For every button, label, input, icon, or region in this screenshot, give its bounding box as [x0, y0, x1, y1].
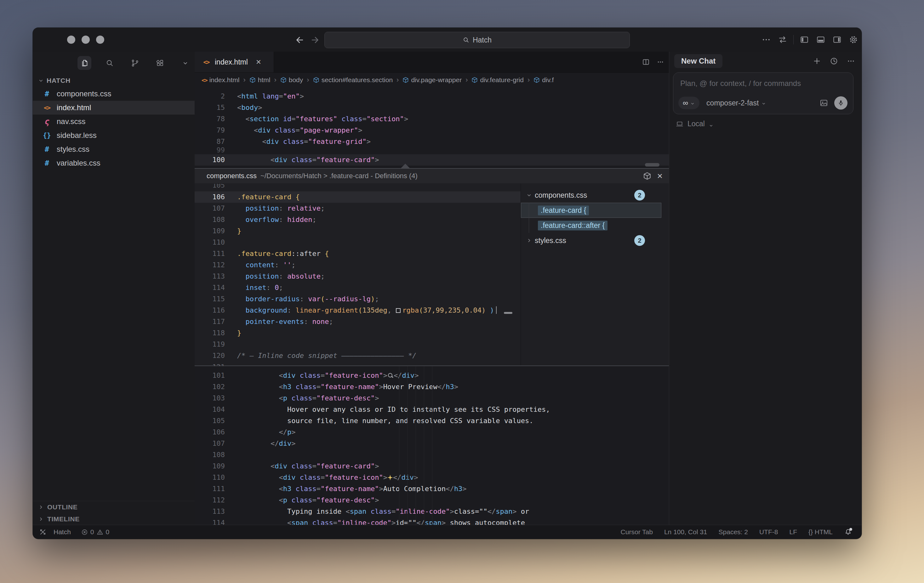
- code-line-113[interactable]: 113 Typing inside <span class="inline-co…: [195, 506, 669, 517]
- close-tab-icon[interactable]: ×: [256, 58, 261, 66]
- code-line-102[interactable]: 102 <h3 class="feature-name">Hover Previ…: [195, 381, 669, 392]
- explorer-section-header[interactable]: HATCH: [33, 75, 71, 86]
- code-line-109[interactable]: 109}: [195, 226, 521, 237]
- code-line-87[interactable]: 87 <div class="feature-grid">: [195, 136, 669, 147]
- search-icon[interactable]: [103, 56, 117, 70]
- zoom-window-button[interactable]: [96, 36, 104, 44]
- new-chat-plus-icon[interactable]: [812, 57, 821, 66]
- language-mode-status[interactable]: {} HTML: [808, 528, 833, 536]
- code-line-103[interactable]: 103 <p class="feature-desc">: [195, 392, 669, 404]
- breadcrumb-item-section-features-section[interactable]: section#features.section: [313, 76, 393, 84]
- toggle-bottom-panel-icon[interactable]: [816, 35, 825, 44]
- code-line-100[interactable]: 100 <div class="feature-card">: [195, 154, 669, 166]
- minimize-window-button[interactable]: [82, 36, 90, 44]
- navigate-back-icon[interactable]: [294, 35, 305, 45]
- code-line-111[interactable]: 111.feature-card::after {: [195, 248, 521, 259]
- tab-index-html[interactable]: <> index.html ×: [195, 52, 274, 72]
- status-project-label[interactable]: Hatch: [54, 528, 71, 536]
- code-line-105[interactable]: 105: [195, 184, 521, 191]
- code-line-108[interactable]: 108: [195, 449, 669, 461]
- code-line-101[interactable]: 101 <div class="feature-icon"></div>: [195, 370, 669, 381]
- code-line-108[interactable]: 108 overflow: hidden;: [195, 214, 521, 226]
- file-item-variables-css[interactable]: #variables.css: [33, 156, 195, 170]
- code-line-118[interactable]: 118}: [195, 328, 521, 339]
- code-line-112[interactable]: 112 <p class="feature-desc">: [195, 494, 669, 506]
- peek-symbol-cube-icon[interactable]: [643, 172, 651, 180]
- timeline-section-header[interactable]: TIMELINE: [33, 513, 195, 525]
- code-line-114[interactable]: 114 <span class="inline-code">id=""</spa…: [195, 517, 669, 525]
- model-selector[interactable]: composer-2-fast: [706, 99, 766, 107]
- code-line-119[interactable]: 119: [195, 339, 521, 350]
- breadcrumb-item-div-page-wrapper[interactable]: div.page-wrapper: [403, 76, 462, 84]
- code-line-15[interactable]: 15<body>: [195, 102, 669, 113]
- attach-image-icon[interactable]: [819, 98, 828, 108]
- code-line-109[interactable]: 109 <div class="feature-card">: [195, 461, 669, 472]
- new-chat-tab[interactable]: New Chat: [674, 54, 723, 68]
- code-line-106[interactable]: 106 </p>: [195, 427, 669, 438]
- agent-mode-selector[interactable]: ∞: [678, 97, 700, 109]
- chat-more-ellipsis-icon[interactable]: [846, 57, 855, 66]
- cursor-tab-status[interactable]: Cursor Tab: [621, 528, 653, 536]
- settings-gear-icon[interactable]: [849, 35, 858, 44]
- close-window-button[interactable]: [67, 36, 75, 44]
- code-line-2[interactable]: 2<html lang="en">: [195, 91, 669, 102]
- problems-indicator[interactable]: 0 0: [81, 528, 109, 536]
- definition-result--feature-card-[interactable]: .feature-card {: [521, 203, 662, 218]
- notifications-bell-icon[interactable]: [844, 528, 852, 536]
- peek-code-editor[interactable]: 105106.feature-card {107 position: relat…: [195, 184, 521, 366]
- outline-section-header[interactable]: OUTLINE: [33, 501, 195, 513]
- code-line-106[interactable]: 106.feature-card {: [195, 191, 521, 203]
- editor-code-top[interactable]: 2<html lang="en">15<body>78 <section id=…: [195, 87, 669, 171]
- file-item-sidebar-less[interactable]: {}sidebar.less: [33, 128, 195, 142]
- file-item-styles-css[interactable]: #styles.css: [33, 142, 195, 156]
- definitions-file-components-css[interactable]: components.css2: [521, 188, 669, 203]
- code-line-107[interactable]: 107 position: relative;: [195, 203, 521, 214]
- code-line-114[interactable]: 114 inset: 0;: [195, 282, 521, 293]
- code-line-104[interactable]: 104 Hover over any class or ID to instan…: [195, 404, 669, 415]
- chat-input-box[interactable]: Plan, @ for context, / for commands ∞ co…: [673, 72, 853, 114]
- code-line-116[interactable]: 116 background: linear-gradient(135deg, …: [195, 305, 521, 316]
- code-line-99[interactable]: 99: [195, 147, 669, 154]
- encoding-status[interactable]: UTF-8: [759, 528, 778, 536]
- code-line-117[interactable]: 117 pointer-events: none;: [195, 316, 521, 328]
- source-control-icon[interactable]: [128, 56, 142, 70]
- indentation-status[interactable]: Spaces: 2: [719, 528, 748, 536]
- more-ellipsis-icon[interactable]: [762, 35, 771, 44]
- code-line-113[interactable]: 113 position: absolute;: [195, 271, 521, 282]
- chat-history-clock-icon[interactable]: [830, 57, 838, 66]
- editor-more-actions-icon[interactable]: [656, 58, 665, 66]
- breadcrumb-item-html[interactable]: html: [249, 76, 271, 84]
- definition-result--feature-card-after-[interactable]: .feature-card::after {: [521, 218, 669, 233]
- execution-mode-selector[interactable]: Local: [675, 120, 714, 128]
- command-search-input[interactable]: Hatch: [324, 32, 630, 48]
- code-line-79[interactable]: 79 <div class="page-wrapper">: [195, 125, 669, 136]
- code-line-121[interactable]: 121: [195, 361, 521, 366]
- microphone-icon[interactable]: [834, 96, 848, 110]
- code-line-107[interactable]: 107 </div>: [195, 438, 669, 449]
- explorer-files-icon[interactable]: [78, 56, 91, 70]
- breadcrumb[interactable]: <>index.html›html›body›section#features.…: [195, 72, 669, 87]
- code-line-110[interactable]: 110: [195, 237, 521, 248]
- code-line-115[interactable]: 115 border-radius: var(--radius-lg);: [195, 293, 521, 305]
- peek-close-icon[interactable]: ×: [657, 171, 663, 181]
- eol-status[interactable]: LF: [789, 528, 797, 536]
- file-item-index-html[interactable]: <>index.html: [33, 101, 195, 115]
- code-line-111[interactable]: 111 <h3 class="feature-name">Auto Comple…: [195, 483, 669, 494]
- breadcrumb-item-div-f[interactable]: div.f: [533, 76, 554, 84]
- breadcrumb-item-body[interactable]: body: [280, 76, 303, 84]
- definitions-file-styles-css[interactable]: styles.css2: [521, 233, 669, 248]
- split-editor-icon[interactable]: [642, 58, 650, 66]
- horizontal-scrollbar-thumb[interactable]: [645, 163, 660, 166]
- breadcrumb-item-index-html[interactable]: <>index.html: [201, 76, 239, 84]
- more-views-chevron-icon[interactable]: [178, 56, 192, 70]
- navigate-forward-icon[interactable]: [310, 35, 320, 45]
- code-line-78[interactable]: 78 <section id="features" class="section…: [195, 113, 669, 125]
- toggle-right-panel-icon[interactable]: [832, 35, 842, 44]
- toggle-left-panel-icon[interactable]: [800, 35, 809, 44]
- file-item-nav-scss[interactable]: ςnav.scss: [33, 115, 195, 128]
- code-line-120[interactable]: 120/* — Inline code snippet ————————————…: [195, 350, 521, 361]
- file-item-components-css[interactable]: #components.css: [33, 87, 195, 101]
- code-line-112[interactable]: 112 content: '';: [195, 259, 521, 271]
- code-line-105[interactable]: 105 source file, line number, and resolv…: [195, 415, 669, 427]
- editor-code-bottom[interactable]: 101 <div class="feature-icon"></div>102 …: [195, 366, 669, 525]
